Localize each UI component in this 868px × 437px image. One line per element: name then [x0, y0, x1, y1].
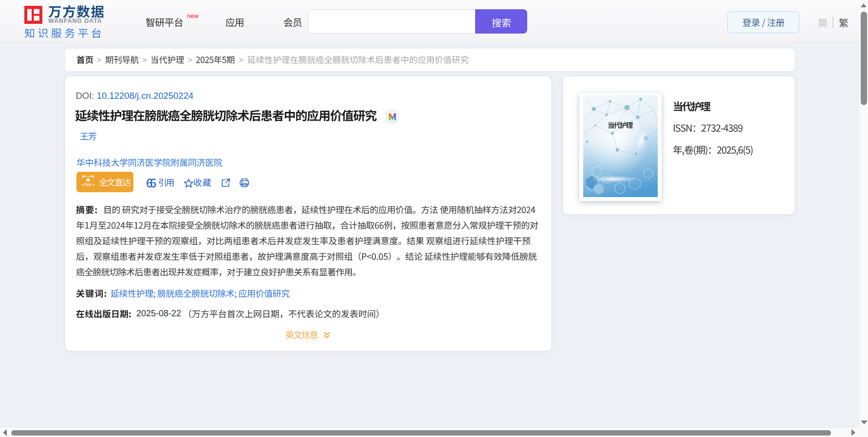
svg-text:free: free	[85, 182, 92, 187]
